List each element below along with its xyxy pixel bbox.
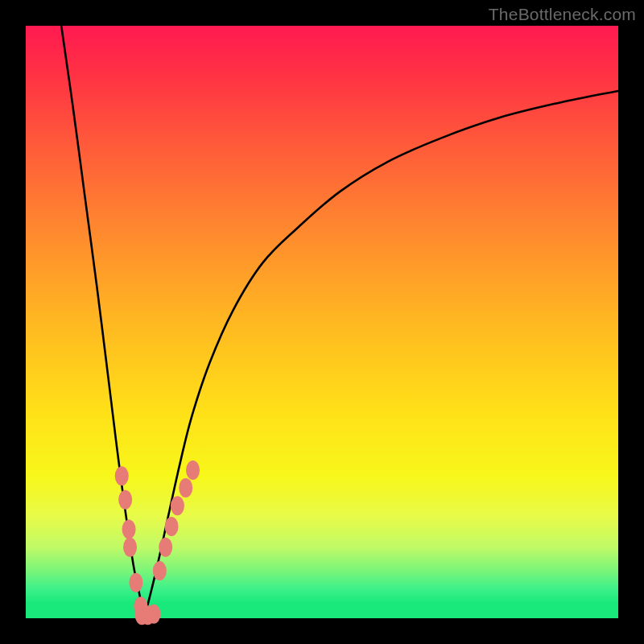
chart-marker [122,520,136,539]
chart-marker [159,538,172,557]
chart-marker [171,496,184,515]
chart-marker [179,478,192,497]
chart-curves [61,26,618,618]
chart-marker [147,605,160,624]
chart-marker [118,490,132,510]
chart-frame: TheBottleneck.com [0,0,644,644]
chart-marker [115,466,129,485]
chart-markers [115,460,200,625]
chart-marker [123,538,137,557]
chart-marker [186,460,200,480]
chart-marker [165,517,179,536]
chart-marker [129,573,142,592]
chart-plot-area [26,26,618,618]
chart-svg [26,26,618,618]
chart-marker [153,561,167,580]
chart-curve-curve-right [144,91,618,618]
watermark-text: TheBottleneck.com [489,5,636,24]
